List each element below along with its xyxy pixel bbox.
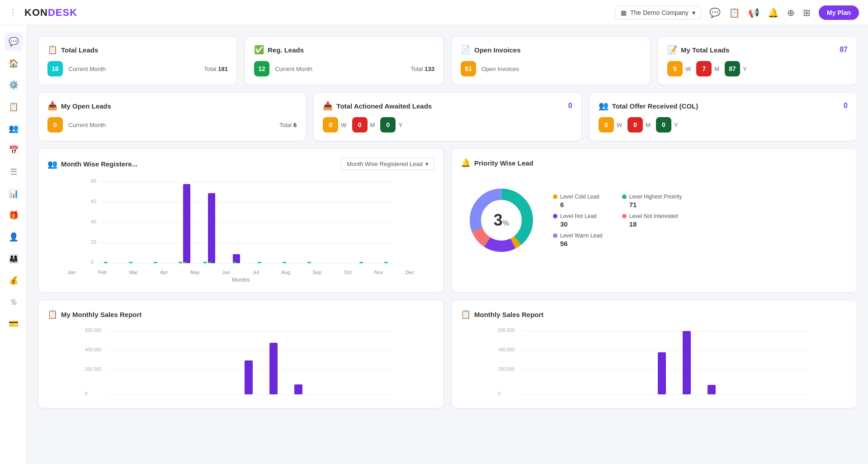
x-axis-title: Months [47, 277, 434, 283]
legend-hot-label-row: Level Hot Lead [553, 213, 613, 219]
sidebar-item-wallet[interactable]: 💳 [5, 315, 23, 333]
svg-rect-17 [203, 262, 207, 263]
svg-rect-19 [208, 262, 212, 263]
card-title-row: 📥 Total Actioned Awaited Leads [323, 101, 432, 111]
total-offer-badges: 0 W 0 M 0 Y [599, 117, 848, 133]
sidebar-item-home[interactable]: 🏠 [5, 54, 23, 72]
megaphone-icon[interactable]: 📢 [748, 7, 760, 18]
sidebar-item-report[interactable]: 📊 [5, 185, 23, 203]
chart-title-row: 👥 Month Wise Registere... [47, 159, 137, 169]
legend-hot-dot [553, 214, 557, 218]
company-selector[interactable]: ▦ The Demo Company ▾ [615, 6, 701, 19]
logo: KONDESK [24, 7, 77, 19]
actioned-badge-m: 0 M [352, 117, 375, 133]
main-content: 📋 Total Leads 16 Current Month Total 181… [27, 25, 868, 464]
add-icon[interactable]: ⊕ [787, 7, 795, 18]
sidebar-item-chat[interactable]: 💬 [5, 33, 23, 51]
chart-title-row: 📋 My Monthly Sales Report [47, 309, 142, 319]
svg-text:60: 60 [91, 199, 96, 204]
offer-y-label: Y [674, 122, 678, 128]
sidebar-item-calendar[interactable]: 📅 [5, 141, 23, 159]
total-offer-icon: 👥 [599, 101, 609, 111]
priority-legend: Level Cold Lead 6 Level Highest Priotrit… [553, 194, 682, 247]
notes-icon[interactable]: 📋 [729, 7, 740, 18]
legend-warm-label: Level Warm Lead [560, 232, 603, 239]
badge-w-num: 5 [667, 61, 683, 76]
legend-not-interested-value: 18 [622, 220, 682, 228]
sidebar-item-group[interactable]: 👨‍👩‍👧 [5, 250, 23, 268]
sidebar-item-gift[interactable]: 🎁 [5, 206, 23, 224]
total-actioned-title: Total Actioned Awaited Leads [336, 102, 432, 110]
sales-charts-row: 📋 My Monthly Sales Report 600,000 400,00… [38, 300, 857, 408]
sidebar-item-money[interactable]: 💰 [5, 271, 23, 289]
card-total-offer-header: 👥 Total Offer Received (COL) 0 [599, 101, 848, 111]
month-chart-dropdown[interactable]: Month Wise Registered Lead ▾ [341, 158, 434, 170]
svg-text:80: 80 [91, 178, 96, 184]
charts-row: 👥 Month Wise Registere... Month Wise Reg… [38, 148, 857, 293]
donut-area: 3% Level Cold Lead 6 Level Hi [461, 175, 848, 265]
sidebar-item-list[interactable]: ☰ [5, 163, 23, 181]
open-invoices-icon: 📄 [461, 45, 471, 55]
badge-m-label: M [714, 66, 719, 72]
chat-icon[interactable]: 💬 [709, 7, 721, 18]
actioned-y-num: 0 [380, 117, 396, 133]
badge-m-num: 7 [696, 61, 712, 76]
svg-text:20: 20 [91, 239, 96, 245]
card-open-invoices-header: 📄 Open Invoices [461, 45, 641, 55]
svg-rect-11 [208, 193, 215, 263]
reg-leads-body: 12 Current Month Total 133 [254, 61, 434, 76]
actioned-w-label: W [341, 122, 346, 128]
svg-text:40: 40 [91, 219, 96, 224]
sidebar-item-people[interactable]: 👥 [5, 119, 23, 137]
my-open-leads-body: 0 Current Month Total 6 [47, 117, 297, 133]
reg-leads-icon: ✅ [254, 45, 264, 55]
my-open-leads-badge: 0 [47, 117, 63, 133]
my-open-leads-icon: 📥 [47, 101, 57, 111]
offer-m-num: 0 [627, 117, 643, 133]
actioned-badge-w: 0 W [323, 117, 346, 133]
legend-highest-dot [622, 194, 627, 199]
card-total-leads: 📋 Total Leads 16 Current Month Total 181 [38, 36, 237, 85]
total-leads-body: 16 Current Month Total 181 [47, 61, 228, 76]
card-title-row: 👥 Total Offer Received (COL) [599, 101, 698, 111]
badge-y-num: 87 [725, 61, 740, 76]
legend-warm-value: 56 [553, 240, 613, 247]
grid-icon[interactable]: ⊞ [803, 7, 811, 18]
month-chart-title: Month Wise Registere... [61, 160, 137, 168]
monthly-sales-chart: 600,000 400,000 200,000 0 [461, 327, 848, 399]
offer-badge-y: 0 Y [656, 117, 678, 133]
donut-center: 3% [494, 211, 509, 230]
actioned-badge-y: 0 Y [380, 117, 402, 133]
badge-w: 5 W [667, 61, 691, 76]
sidebar-item-user[interactable]: 👤 [5, 228, 23, 246]
sidebar: 💬 🏠 ⚙️ 📋 👥 📅 ☰ 📊 🎁 👤 👨‍👩‍👧 💰 ％ 💳 [0, 25, 27, 464]
svg-rect-53 [708, 385, 716, 394]
chart-title-row: 🔔 Priority Wise Lead [461, 158, 533, 168]
priority-chart-icon: 🔔 [461, 158, 471, 168]
bell-icon[interactable]: 🔔 [768, 7, 779, 18]
legend-not-interested-label: Level Not Interested [629, 213, 678, 219]
sidebar-item-percent[interactable]: ％ [5, 293, 23, 311]
monthly-sales-chart-card: 📋 Monthly Sales Report 600,000 400,000 2… [451, 300, 857, 408]
dropdown-label: Month Wise Registered Lead [347, 161, 423, 167]
open-invoices-title: Open Invoices [474, 46, 521, 54]
svg-rect-25 [384, 262, 388, 263]
svg-rect-24 [359, 262, 363, 263]
badge-y-label: Y [743, 66, 747, 72]
sidebar-item-settings[interactable]: ⚙️ [5, 76, 23, 94]
x-labels: JanFebMar AprMayJun JulAugSep OctNovDec [47, 270, 434, 275]
total-leads-label: Current Month [68, 66, 106, 72]
my-sales-title: My Monthly Sales Report [61, 311, 142, 318]
my-plan-button[interactable]: My Plan [819, 5, 859, 20]
total-leads-value: 181 [218, 66, 228, 72]
actioned-w-num: 0 [323, 117, 338, 133]
menu-dots-icon[interactable]: ⋮ [9, 8, 17, 18]
my-open-leads-value: 6 [293, 122, 297, 128]
legend-not-interested: Level Not Interested 18 [622, 213, 682, 228]
legend-highest-value: 71 [622, 201, 682, 208]
stat-cards-row2: 📥 My Open Leads 0 Current Month Total 6 … [38, 92, 857, 141]
svg-rect-15 [154, 262, 157, 263]
svg-text:600,000: 600,000 [498, 328, 515, 333]
total-actioned-badges: 0 W 0 M 0 Y [323, 117, 572, 133]
sidebar-item-table[interactable]: 📋 [5, 98, 23, 116]
